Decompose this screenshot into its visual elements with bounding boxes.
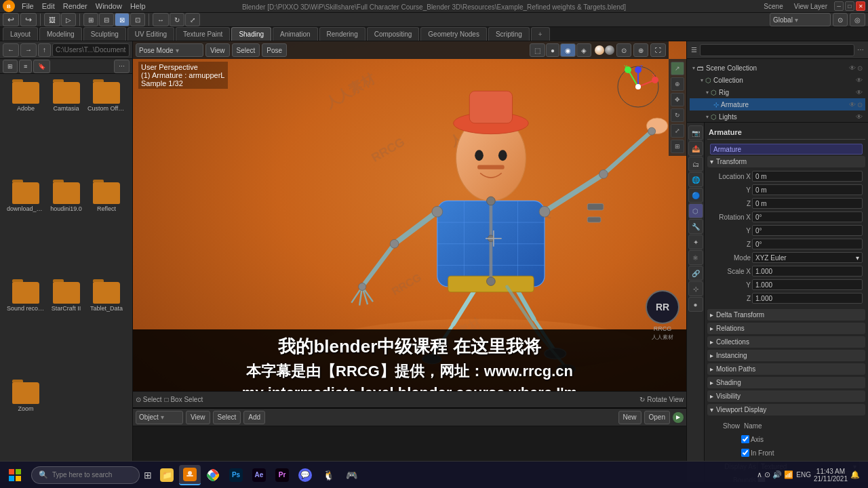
outliner-search[interactable] xyxy=(700,44,854,56)
render-props-btn[interactable]: 📷 xyxy=(688,125,703,140)
output-props-btn[interactable]: 📤 xyxy=(688,141,703,156)
scale-x-value[interactable]: 1.000 xyxy=(752,266,863,277)
maximize-btn[interactable]: □ xyxy=(845,1,854,11)
visibility-icon[interactable]: 👁 xyxy=(849,101,856,108)
open-lower-btn[interactable]: Open xyxy=(644,411,670,424)
tab-sculpting[interactable]: Sculpting xyxy=(83,27,126,41)
sidebar-nav-forward[interactable]: → xyxy=(20,43,37,57)
wireframe-btn[interactable]: ⬚ xyxy=(530,43,545,57)
taskbar-app-pr[interactable]: Pr xyxy=(271,465,293,485)
object-data-btn[interactable]: ⊹ xyxy=(688,281,703,296)
file-item-houdini[interactable]: houdini19.0 xyxy=(49,180,83,277)
location-x-value[interactable]: 0 m xyxy=(752,171,863,182)
visibility-header[interactable]: ▸ Visibility xyxy=(707,390,865,402)
taskbar-app-ps[interactable]: Ps xyxy=(225,465,247,485)
view-mode-btn[interactable]: ⊟ xyxy=(99,13,114,26)
file-item-starcraft[interactable]: StarCraft II xyxy=(49,279,83,377)
taskbar-app-chrome[interactable] xyxy=(202,465,224,485)
scene-props-btn[interactable]: 🌐 xyxy=(688,172,703,187)
tab-texture-paint[interactable]: Texture Paint xyxy=(176,27,230,41)
view-btn-lower[interactable]: View xyxy=(186,411,210,424)
toggle-view-btn[interactable]: ⊞ xyxy=(3,60,18,73)
menu-window[interactable]: Window xyxy=(92,2,126,10)
global-dropdown[interactable]: Global ▾ xyxy=(770,13,831,26)
render-visibility-icon[interactable]: ⊙ xyxy=(857,101,863,108)
tab-shading[interactable]: Shading xyxy=(231,27,271,41)
open-btn[interactable]: ↪ xyxy=(20,13,37,26)
tray-time[interactable]: 11:43 AM 21/11/2021 xyxy=(814,468,848,483)
texture-mode-btn[interactable]: ⊡ xyxy=(130,13,145,26)
sidebar-nav-back[interactable]: ← xyxy=(3,43,19,57)
location-z-value[interactable]: 0 m xyxy=(752,198,863,209)
file-item-custom[interactable]: Custom Offic... xyxy=(86,79,127,177)
tab-compositing[interactable]: Compositing xyxy=(367,27,420,41)
tree-item-armature[interactable]: ⊹ Armature 👁 ⊙ xyxy=(690,98,865,110)
add-btn-lower[interactable]: Add xyxy=(243,411,265,424)
render-icon[interactable]: ⊙ xyxy=(857,64,863,72)
render-img-btn[interactable]: 🖼 xyxy=(44,13,60,26)
tab-layout[interactable]: Layout xyxy=(3,27,38,41)
file-item-adobe[interactable]: Adobe xyxy=(5,79,46,177)
physics-btn[interactable]: ⚛ xyxy=(688,250,703,265)
solid-btn[interactable]: ● xyxy=(546,43,559,57)
scale-tool-icon[interactable]: ⤢ xyxy=(671,124,684,138)
view-menu-btn[interactable]: View xyxy=(205,43,230,57)
tree-item-rig[interactable]: ▾ ⬡ Rig 👁 xyxy=(690,86,865,98)
file-item-download[interactable]: download_w... xyxy=(5,180,46,277)
tree-item-collection[interactable]: ▾ ⬡ Collection 👁 xyxy=(690,74,865,86)
scale-z-value[interactable]: 1.000 xyxy=(752,293,863,304)
menu-file[interactable]: File xyxy=(18,2,38,10)
visibility-icon[interactable]: 👁 xyxy=(856,89,863,96)
fullscreen-btn[interactable]: ⛶ xyxy=(650,43,666,57)
scale-btn[interactable]: ⤢ xyxy=(185,13,200,26)
visibility-icon[interactable]: 👁 xyxy=(856,77,863,84)
taskbar-app-qq[interactable]: 🐧 xyxy=(317,465,339,485)
close-btn[interactable]: ✕ xyxy=(856,1,865,11)
taskbar-app-discord[interactable]: 💬 xyxy=(294,465,316,485)
cursor-tool-icon[interactable]: ⊕ xyxy=(671,77,684,91)
rotation-z-value[interactable]: 0° xyxy=(752,239,863,249)
view-layer-btn[interactable]: 🗂 xyxy=(688,157,703,171)
object-props-btn[interactable]: ⬡ xyxy=(688,203,703,218)
instancing-header[interactable]: ▸ Instancing xyxy=(707,350,865,361)
snap-btn[interactable]: ⊙ xyxy=(833,13,848,26)
transform-btn[interactable]: ↔ xyxy=(153,13,169,26)
motion-paths-header[interactable]: ▸ Motion Paths xyxy=(707,363,865,375)
taskbar-app-steam[interactable]: 🎮 xyxy=(340,465,362,485)
layout-mode-btn[interactable]: ⊞ xyxy=(83,13,98,26)
world-props-btn[interactable]: 🔵 xyxy=(688,188,703,203)
select-btn-lower[interactable]: Select xyxy=(213,411,241,424)
scale-y-value[interactable]: 1.000 xyxy=(752,279,863,290)
gizmo-btn[interactable]: ⊕ xyxy=(633,43,648,57)
visibility-icon[interactable]: 👁 xyxy=(849,64,856,72)
tab-modeling[interactable]: Modeling xyxy=(39,27,82,41)
notifications-icon[interactable]: 🔔 xyxy=(850,470,860,479)
delta-transform-header[interactable]: ▸ Delta Transform xyxy=(707,309,865,321)
tree-item-lights[interactable]: ▾ ⬡ Lights 👁 xyxy=(690,110,865,123)
menu-help[interactable]: Help xyxy=(126,2,150,10)
tab-geometry-nodes[interactable]: Geometry Nodes xyxy=(420,27,487,41)
rotate-btn[interactable]: ↻ xyxy=(170,13,184,26)
menu-render[interactable]: Render xyxy=(59,2,92,10)
relations-header[interactable]: ▸ Relations xyxy=(707,323,865,334)
taskbar-app-explorer[interactable]: 📁 xyxy=(156,465,178,485)
rotation-y-value[interactable]: 0° xyxy=(752,225,863,236)
material-btn-props[interactable]: ● xyxy=(688,297,703,312)
visibility-icon[interactable]: 👁 xyxy=(856,113,863,121)
file-item-tablet[interactable]: Tablet_Data xyxy=(86,279,127,377)
new-btn[interactable]: ↩ xyxy=(3,13,19,26)
rendered-btn[interactable]: ◈ xyxy=(576,43,591,57)
particles-btn[interactable]: ✦ xyxy=(688,235,703,249)
sidebar-search-input[interactable] xyxy=(52,43,130,57)
minimize-btn[interactable]: ─ xyxy=(834,1,844,11)
rotation-x-value[interactable]: 0° xyxy=(752,211,863,222)
object-dropdown[interactable]: Object ▾ xyxy=(136,411,183,424)
shading-header[interactable]: ▸ Shading xyxy=(707,377,865,388)
transform-section-header[interactable]: ▾ Transform xyxy=(707,156,865,167)
select-tool-icon[interactable]: ↗ xyxy=(671,62,684,75)
constraints-btn[interactable]: 🔗 xyxy=(688,266,703,281)
tab-animation[interactable]: Animation xyxy=(273,27,317,41)
taskbar-app-ae[interactable]: Ae xyxy=(248,465,270,485)
render-anim-btn[interactable]: ▷ xyxy=(61,13,76,26)
task-view-btn[interactable]: ⊞ xyxy=(141,465,155,485)
